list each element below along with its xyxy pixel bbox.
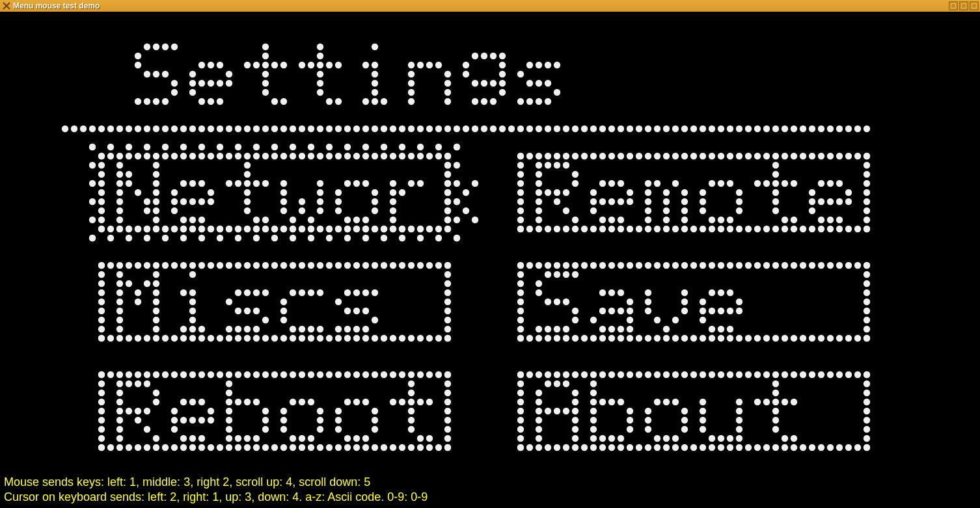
minimize-button[interactable] (949, 1, 958, 10)
app-x-icon (3, 2, 10, 10)
app-window: Menu mouse test demo Mouse sends keys: l… (0, 0, 980, 508)
close-button[interactable] (970, 1, 979, 10)
status-line-1: Mouse sends keys: left: 1, middle: 3, ri… (4, 475, 428, 490)
content-area: Mouse sends keys: left: 1, middle: 3, ri… (0, 12, 980, 508)
menu-item-save[interactable] (517, 262, 870, 341)
window-title: Menu mouse test demo (13, 1, 100, 10)
maximize-button[interactable] (959, 1, 968, 10)
menu-item-remote[interactable] (517, 153, 870, 232)
menu-item-miscs[interactable] (98, 262, 451, 341)
menu-item-about[interactable] (517, 371, 870, 451)
window-controls (949, 1, 979, 10)
titlebar: Menu mouse test demo (0, 0, 980, 12)
menu-item-reboot[interactable] (98, 371, 451, 451)
status-line-2: Cursor on keyboard sends: left: 2, right… (4, 490, 428, 505)
status-text: Mouse sends keys: left: 1, middle: 3, ri… (4, 475, 428, 504)
menu-item-network[interactable] (98, 153, 451, 232)
